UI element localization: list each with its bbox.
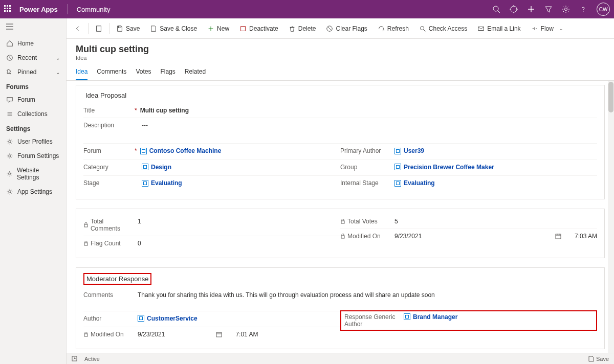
hamburger-icon[interactable] (0, 18, 66, 36)
field-response-generic-author[interactable]: Response Generic Author Brand Manager (340, 310, 597, 331)
time-value: 7:03 AM (575, 233, 597, 240)
field-mod-author[interactable]: Author CustomerService (83, 311, 340, 328)
field-label: Author (83, 315, 101, 322)
gear-icon (6, 188, 13, 195)
check-access-button[interactable]: Check Access (414, 22, 472, 35)
field-internal-stage[interactable]: Internal Stage Evaluating (340, 176, 597, 192)
svg-point-8 (9, 155, 11, 157)
flag-icon (326, 25, 333, 32)
lookup-value[interactable]: Design (142, 164, 171, 171)
field-primary-author[interactable]: Primary Author User39 (340, 144, 597, 160)
tab-comments[interactable]: Comments (97, 68, 126, 80)
lock-icon (340, 234, 345, 239)
tab-related[interactable]: Related (185, 68, 206, 80)
field-label: Title (83, 107, 95, 114)
field-value: 5 (391, 218, 597, 225)
sidebar-item-website-settings[interactable]: Website Settings (0, 163, 66, 185)
back-button[interactable] (70, 22, 86, 35)
time-value: 7:01 AM (235, 331, 258, 338)
field-value: Thank you for sharing this idea with us.… (135, 291, 597, 299)
record-set-icon (95, 25, 102, 32)
lock-icon (83, 241, 89, 246)
field-description[interactable]: Description --- (83, 118, 597, 144)
filter-icon[interactable] (544, 5, 553, 13)
scroll-thumb[interactable] (608, 82, 613, 112)
sidebar-item-recent[interactable]: Recent ⌄ (0, 51, 66, 65)
record-set-button[interactable] (91, 22, 107, 35)
lookup-icon (394, 148, 401, 154)
field-label: Category (83, 164, 108, 171)
cmd-label: Delete (298, 25, 316, 32)
field-label: Modified On (91, 331, 124, 338)
tab-votes[interactable]: Votes (136, 68, 151, 80)
chevron-down-icon: ⌄ (56, 55, 60, 61)
tab-idea[interactable]: Idea (76, 68, 87, 80)
lookup-value[interactable]: CustomerService (138, 315, 198, 322)
field-title[interactable]: Title * Multi cup setting (83, 103, 597, 118)
help-icon[interactable] (579, 5, 587, 13)
field-forum[interactable]: Forum * Contoso Coffee Machine (83, 144, 340, 160)
gear-icon (6, 152, 13, 160)
sidebar-item-home[interactable]: Home (0, 36, 66, 51)
field-group[interactable]: Group Precision Brewer Coffee Maker (340, 160, 597, 176)
cmd-label: Check Access (429, 25, 467, 32)
field-label: Forum (83, 147, 101, 154)
deactivate-button[interactable]: Deactivate (235, 22, 283, 35)
svg-rect-23 (216, 332, 222, 337)
new-button[interactable]: New (203, 22, 234, 35)
avatar[interactable]: CW (597, 3, 610, 16)
gear-icon (6, 170, 13, 177)
flow-button[interactable]: Flow⌄ (527, 22, 568, 35)
save-close-icon (150, 25, 157, 32)
footer-save-button[interactable]: Save (588, 356, 609, 362)
popout-icon[interactable] (72, 356, 77, 361)
svg-point-2 (511, 6, 517, 12)
field-mod-comments[interactable]: Comments Thank you for sharing this idea… (83, 288, 597, 311)
lookup-value[interactable]: Brand Manager (404, 313, 457, 321)
cmd-label: New (217, 25, 229, 32)
app-launcher-icon[interactable] (4, 5, 12, 13)
section-heading: Moderator Response (83, 273, 151, 285)
email-link-button[interactable]: Email a Link (473, 22, 525, 35)
field-category[interactable]: Category Design (83, 160, 340, 176)
tab-flags[interactable]: Flags (160, 68, 175, 80)
svg-rect-12 (118, 26, 121, 28)
svg-rect-21 (556, 234, 561, 239)
lookup-value[interactable]: Precision Brewer Coffee Maker (394, 164, 494, 171)
save-close-button[interactable]: Save & Close (145, 22, 202, 35)
lookup-value[interactable]: Evaluating (394, 179, 435, 187)
gear-icon[interactable] (562, 5, 570, 13)
svg-point-3 (565, 8, 567, 11)
save-button[interactable]: Save (112, 22, 144, 35)
chevron-down-icon: ⌄ (559, 26, 563, 31)
sidebar-item-forum-settings[interactable]: Forum Settings (0, 149, 66, 163)
nav-label: Home (17, 40, 34, 47)
refresh-button[interactable]: Refresh (373, 22, 413, 35)
sidebar-item-user-profiles[interactable]: User Profiles (0, 134, 66, 149)
target-icon[interactable] (510, 5, 518, 13)
field-label: Group (340, 164, 357, 171)
plus-icon[interactable] (527, 5, 535, 13)
status-text: Active (84, 356, 100, 362)
field-label: Internal Stage (340, 179, 379, 187)
lookup-value[interactable]: User39 (394, 147, 424, 154)
svg-point-4 (583, 11, 583, 11)
svg-rect-6 (7, 98, 13, 101)
sidebar-item-forum[interactable]: Forum (0, 93, 66, 107)
lookup-value[interactable]: Contoso Coffee Machine (140, 147, 222, 154)
calendar-icon (216, 331, 222, 337)
clear-flags-button[interactable]: Clear Flags (321, 22, 371, 35)
lookup-value[interactable]: Evaluating (142, 179, 182, 187)
svg-rect-19 (341, 221, 344, 223)
field-stage[interactable]: Stage Evaluating (83, 176, 340, 192)
sidebar-item-pinned[interactable]: Pinned ⌄ (0, 65, 66, 79)
back-arrow-icon (74, 25, 81, 32)
sidebar-item-collections[interactable]: Collections (0, 107, 66, 121)
field-modified-on: Modified On 9/23/2021 7:03 AM (340, 229, 597, 243)
sidebar-item-app-settings[interactable]: App Settings (0, 185, 66, 199)
nav-label: User Profiles (17, 138, 53, 145)
separator (109, 23, 109, 34)
search-icon[interactable] (492, 5, 500, 13)
scrollbar[interactable] (608, 81, 614, 353)
delete-button[interactable]: Delete (284, 22, 321, 35)
